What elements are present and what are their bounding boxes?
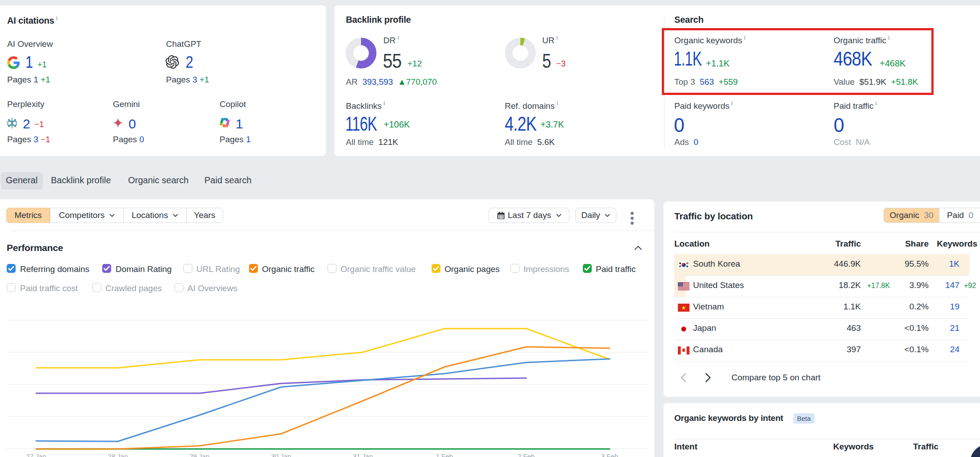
svg-text:28 Jan: 28 Jan	[108, 453, 128, 457]
svg-text:30 Jan: 30 Jan	[271, 453, 291, 457]
svg-text:3 Feb: 3 Feb	[601, 453, 618, 457]
svg-text:31 Jan: 31 Jan	[353, 453, 373, 457]
svg-text:2 Feb: 2 Feb	[518, 453, 535, 457]
svg-text:29 Jan: 29 Jan	[189, 453, 209, 457]
svg-text:27 Jan: 27 Jan	[26, 453, 46, 457]
svg-text:1 Feb: 1 Feb	[436, 453, 453, 457]
